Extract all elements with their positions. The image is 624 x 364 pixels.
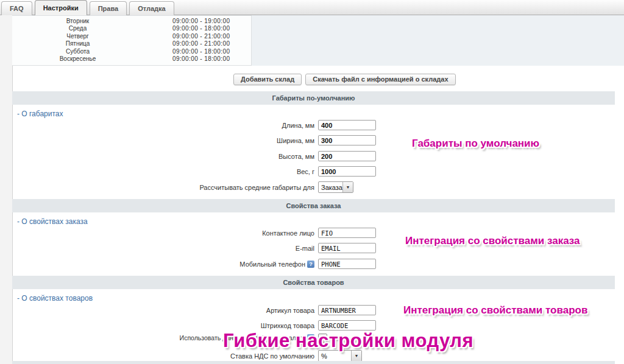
width-label: Ширина, мм — [0, 137, 318, 144]
help-icon[interactable]: ? — [307, 261, 314, 268]
about-products-link[interactable]: - О свойствах товаров — [17, 294, 93, 303]
height-label: Высота, мм — [0, 153, 318, 160]
length-label: Длина, мм — [0, 122, 318, 129]
schedule-hours: 09:00:00 - 19:00:00 — [143, 18, 230, 25]
phone-row: Мобильный телефон ? — [0, 258, 376, 270]
warehouse-buttons: Добавить склад Скачать файл с информацие… — [233, 74, 456, 85]
sku-label: Артикул товара — [0, 307, 318, 314]
annotation-dimensions: Габариты по умолчанию — [412, 138, 539, 150]
sku-input[interactable] — [318, 305, 376, 315]
settings-page: FAQ Настройки Права Отладка Вторник 09:0… — [0, 0, 624, 364]
avg-dimensions-select[interactable]: Заказа ▼ — [318, 181, 353, 193]
table-row: Среда 09:00:00 - 18:00:00 — [12, 25, 251, 32]
schedule-day: Воскресенье — [12, 55, 143, 63]
section-header-products: Свойства товаров — [12, 276, 615, 289]
table-row: Пятница 09:00:00 - 21:00:00 — [12, 40, 251, 47]
height-row: Высота, мм — [0, 150, 376, 162]
section-header-dimensions: Габариты по-умолчанию — [12, 91, 615, 105]
width-input[interactable] — [318, 135, 376, 145]
download-warehouse-file-button[interactable]: Скачать файл с информацией о складах — [305, 74, 455, 85]
weight-input[interactable] — [318, 166, 376, 177]
phone-label-text: Мобильный телефон — [239, 261, 305, 268]
email-label: E-mail — [0, 245, 318, 252]
sku-row: Артикул товара — [0, 304, 376, 316]
vat-rate-label: Ставка НДС по умолчанию — [0, 352, 318, 360]
table-row: Вторник 09:00:00 - 19:00:00 — [12, 18, 251, 25]
length-input[interactable] — [318, 120, 376, 130]
table-row: Воскресенье 09:00:00 - 18:00:00 — [12, 55, 251, 63]
about-dimensions-link[interactable]: - О габаритах — [17, 110, 63, 118]
annotation-products: Интеграция со свойствами товаров — [403, 304, 587, 317]
schedule-day: Пятница — [12, 40, 143, 47]
weight-label: Вес, г — [0, 168, 318, 175]
schedule-hours: 09:00:00 - 21:00:00 — [143, 33, 230, 40]
chevron-down-icon[interactable]: ▼ — [351, 351, 361, 361]
phone-label: Мобильный телефон ? — [0, 261, 318, 268]
annotation-order: Интеграция со свойствами заказа — [405, 235, 580, 247]
tab-faq[interactable]: FAQ — [1, 1, 32, 15]
avg-dimensions-select-value: Заказа — [319, 184, 342, 191]
schedule-day: Вторник — [12, 18, 143, 25]
schedule-day: Четверг — [12, 33, 143, 40]
tab-debug[interactable]: Отладка — [129, 1, 174, 15]
email-row: E-mail — [0, 242, 376, 254]
phone-input[interactable] — [318, 259, 376, 269]
warehouse-schedule-table: Вторник 09:00:00 - 19:00:00 Среда 09:00:… — [12, 15, 252, 66]
height-input[interactable] — [318, 151, 376, 161]
width-row: Ширина, мм — [0, 135, 376, 146]
avg-dimensions-label: Рассчитывать средние габариты для — [0, 184, 318, 191]
tab-settings[interactable]: Настройки — [35, 0, 87, 15]
email-input[interactable] — [318, 243, 376, 253]
barcode-label: Штрихкод товара — [0, 322, 318, 329]
contact-input[interactable] — [318, 228, 376, 238]
contact-row: Контактное лицо — [0, 227, 376, 239]
schedule-hours: 09:00:00 - 18:00:00 — [143, 48, 230, 55]
next-section-bar-partial — [12, 361, 615, 364]
add-warehouse-button[interactable]: Добавить склад — [233, 74, 302, 85]
barcode-input[interactable] — [318, 320, 376, 331]
table-row: Суббота 09:00:00 - 18:00:00 — [12, 48, 251, 55]
table-row: Четверг 09:00:00 - 21:00:00 — [12, 33, 251, 40]
schedule-hours: 09:00:00 - 18:00:00 — [143, 25, 230, 32]
avg-dimensions-row: Рассчитывать средние габариты для Заказа… — [0, 181, 353, 193]
length-row: Длина, мм — [0, 119, 376, 131]
schedule-hours: 09:00:00 - 18:00:00 — [143, 55, 230, 63]
weight-row: Вес, г — [0, 166, 376, 177]
schedule-day: Суббота — [12, 48, 143, 55]
about-order-link[interactable]: - О свойствах заказа — [17, 217, 88, 226]
schedule-day: Среда — [12, 25, 143, 32]
vat-rate-select-value: % — [319, 352, 351, 360]
schedule-hours: 09:00:00 - 21:00:00 — [143, 40, 230, 47]
tab-rights[interactable]: Права — [90, 1, 127, 15]
tab-bar: FAQ Настройки Права Отладка — [0, 0, 624, 15]
section-header-order: Свойства заказа — [12, 199, 615, 212]
chevron-down-icon[interactable]: ▼ — [342, 182, 353, 192]
annotation-main: Гибкие настройки модуля — [223, 330, 473, 352]
contact-label: Контактное лицо — [0, 229, 318, 237]
